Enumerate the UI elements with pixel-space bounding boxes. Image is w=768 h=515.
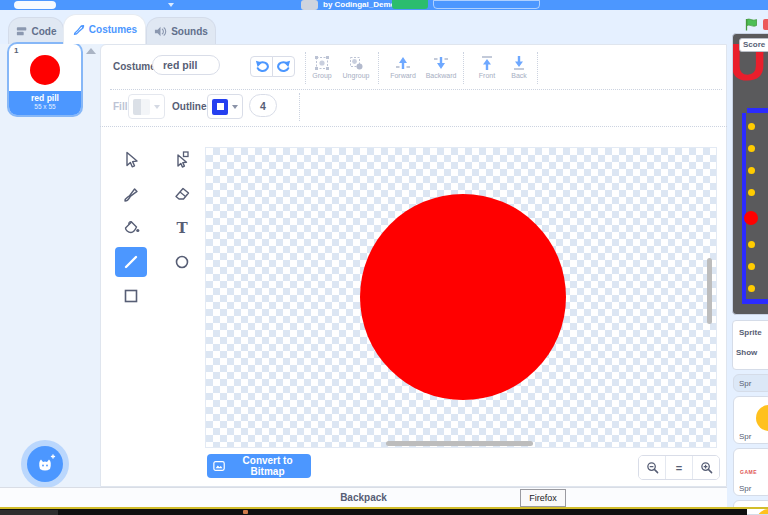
share-button[interactable]	[392, 0, 428, 9]
maze-wall	[742, 113, 746, 304]
tab-sounds-label: Sounds	[171, 26, 208, 37]
bitmap-image-icon	[213, 460, 225, 472]
select-tool[interactable]	[115, 145, 147, 175]
outline-swatch-color	[212, 99, 228, 115]
red-pill-sprite-on-stage[interactable]	[744, 211, 758, 225]
line-icon	[121, 252, 141, 272]
ungroup-icon	[348, 55, 364, 71]
outline-color-swatch[interactable]	[207, 94, 243, 119]
tab-costumes-label: Costumes	[89, 24, 137, 35]
costume-name-input[interactable]	[152, 55, 220, 75]
fill-tool[interactable]	[115, 213, 147, 243]
reshape-tool[interactable]	[166, 145, 198, 175]
pellet-dot	[748, 285, 755, 292]
zoom-out-button[interactable]	[639, 456, 666, 479]
group-icon	[314, 55, 330, 71]
tab-costumes[interactable]: Costumes	[63, 14, 146, 44]
front-button[interactable]: Front	[473, 55, 501, 79]
pellet-dot	[748, 241, 755, 248]
stage-preview: U Score	[732, 33, 768, 315]
backward-button[interactable]: Backward	[422, 55, 460, 79]
toolbar-row-divider	[110, 89, 722, 90]
green-flag-icon[interactable]	[745, 18, 758, 31]
layer-forward-icon	[395, 55, 411, 71]
circle-tool[interactable]	[166, 247, 198, 277]
canvas-vertical-scrollbar[interactable]	[707, 258, 712, 324]
chevron-down-icon	[232, 105, 238, 109]
zoom-in-button[interactable]	[693, 456, 719, 479]
ungroup-button[interactable]: Ungroup	[340, 55, 372, 79]
sprite-thumb-game-text: GAME	[740, 469, 757, 475]
taskbar[interactable]	[0, 509, 747, 515]
select-arrow-icon	[121, 150, 141, 170]
project-byline: by Codingal_Demo	[323, 0, 395, 10]
sprite-info-pane: Sprite Show	[732, 320, 768, 370]
redo-button[interactable]	[272, 56, 295, 77]
brush-icon	[121, 184, 141, 204]
scratch-logo[interactable]	[14, 1, 56, 9]
sprite-thumbnail-label: Spr	[739, 379, 751, 388]
eraser-icon	[172, 184, 192, 204]
layer-front-icon	[479, 55, 495, 71]
costume-item-selected[interactable]: 1 red pill 55 x 55	[9, 44, 81, 115]
sprite-thumbnail[interactable]: Spr	[733, 396, 768, 444]
line-tool[interactable]	[115, 247, 147, 277]
back-button[interactable]: Back	[506, 55, 532, 79]
layer-back-icon	[511, 55, 527, 71]
layer-backward-icon	[433, 55, 449, 71]
add-costume-button[interactable]	[27, 446, 63, 482]
menu-bar[interactable]: by Codingal_Demo	[0, 0, 768, 10]
costume-item-band: red pill 55 x 55	[9, 91, 81, 115]
fill-label: Fill	[113, 101, 127, 112]
taskbar-start-segment[interactable]	[0, 510, 58, 515]
pellet-dot	[748, 123, 755, 130]
reshape-icon	[172, 150, 192, 170]
text-icon: T	[172, 218, 192, 238]
stage-sprite-strip: U Score Sprite Show Spr Spr	[727, 10, 768, 515]
zoom-reset-button[interactable]: =	[666, 456, 693, 479]
avatar[interactable]	[301, 0, 318, 10]
paint-canvas[interactable]	[205, 147, 717, 448]
convert-to-bitmap-button[interactable]: Convert to Bitmap	[207, 454, 311, 478]
score-variable-display[interactable]: Score	[739, 38, 768, 52]
speaker-icon	[154, 25, 167, 38]
forward-button[interactable]: Forward	[386, 55, 420, 79]
project-page-button[interactable]	[433, 0, 540, 9]
svg-text:T: T	[176, 219, 188, 237]
chevron-down-icon	[154, 105, 160, 109]
costume-shape-red-circle[interactable]	[360, 194, 566, 400]
toolbar-divider	[378, 52, 379, 84]
sprite-thumbnail-label: Spr	[739, 484, 751, 493]
back-label: Back	[511, 72, 527, 79]
text-tool[interactable]: T	[166, 213, 198, 243]
backpack-bar[interactable]: Backpack	[0, 487, 727, 507]
outline-width-input[interactable]	[249, 94, 277, 117]
group-button[interactable]: Group	[308, 55, 336, 79]
rectangle-icon	[121, 286, 141, 306]
sprite-thumbnail[interactable]: Spr	[733, 374, 768, 392]
zoom-in-icon	[700, 461, 713, 474]
costume-list-scroll-up[interactable]	[86, 48, 96, 54]
zoom-controls: =	[638, 455, 720, 480]
tab-sounds[interactable]: Sounds	[146, 17, 216, 44]
scratch-editor-screen: by Codingal_Demo Code Costumes Sounds 1 …	[0, 0, 768, 515]
pellet-dot	[748, 189, 755, 196]
costume-item-size: 55 x 55	[9, 103, 81, 110]
zoom-reset-label: =	[676, 462, 682, 474]
pellet-dot	[748, 263, 755, 270]
forward-label: Forward	[390, 72, 416, 79]
tab-code[interactable]: Code	[8, 17, 64, 44]
taskbar-app-icon[interactable]	[243, 510, 248, 514]
paint-bucket-icon	[121, 218, 141, 238]
eraser-tool[interactable]	[166, 179, 198, 209]
canvas-horizontal-scrollbar[interactable]	[386, 441, 533, 446]
fill-color-swatch[interactable]	[128, 94, 165, 119]
paintbrush-icon	[72, 23, 85, 36]
stop-icon[interactable]	[763, 19, 768, 30]
undo-button[interactable]	[250, 56, 273, 77]
sprite-thumbnail[interactable]: GAME Spr	[733, 448, 768, 496]
code-blocks-icon	[16, 25, 28, 37]
rectangle-tool[interactable]	[115, 281, 147, 311]
pellet-dot	[748, 167, 755, 174]
brush-tool[interactable]	[115, 179, 147, 209]
